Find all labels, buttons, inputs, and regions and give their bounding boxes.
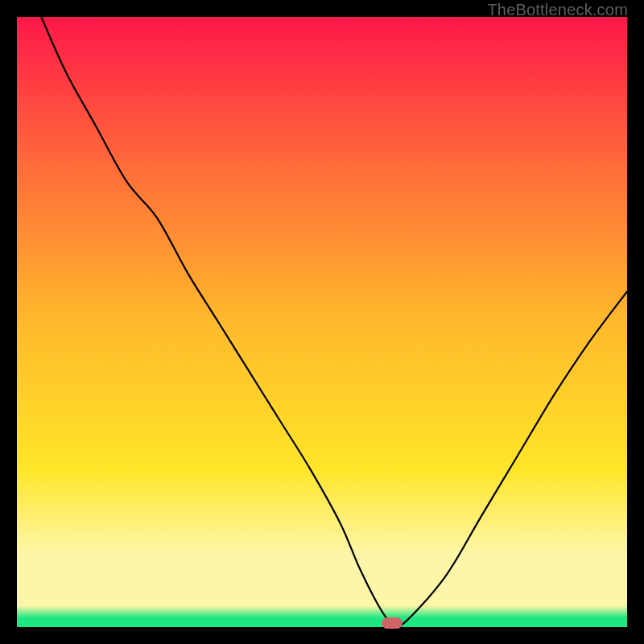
bottleneck-curve — [17, 17, 627, 627]
chart-frame: TheBottleneck.com — [0, 0, 644, 644]
plot-area — [17, 17, 627, 627]
watermark-text: TheBottleneck.com — [487, 1, 628, 19]
optimum-marker — [382, 617, 402, 629]
